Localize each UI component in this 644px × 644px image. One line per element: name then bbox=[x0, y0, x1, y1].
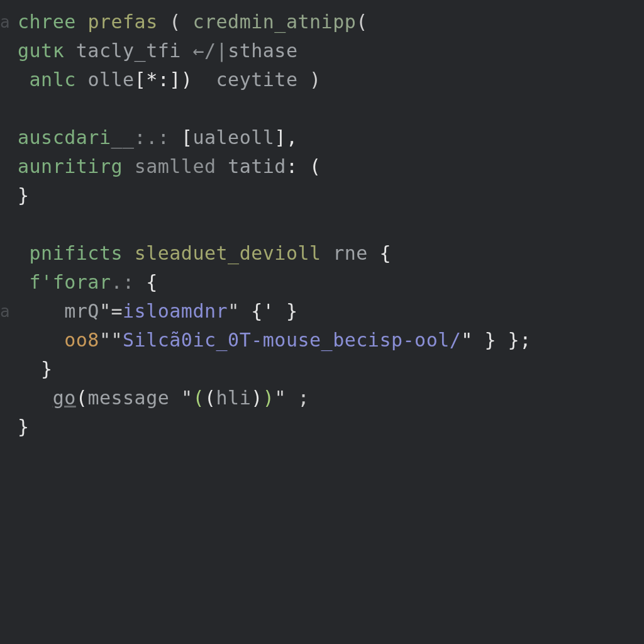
gutter-marker bbox=[0, 65, 10, 94]
code-token: [*:]) bbox=[135, 69, 193, 91]
code-token: .: bbox=[111, 271, 147, 293]
code-token: mrQ bbox=[18, 300, 99, 322]
code-token bbox=[192, 69, 216, 91]
code-token: : ( bbox=[286, 155, 321, 177]
code-token: Silcã0ic_0T-mouse_becisp-ool/ bbox=[123, 329, 461, 351]
code-token: { bbox=[146, 271, 158, 293]
gutter-marker: a bbox=[0, 8, 10, 36]
code-token bbox=[321, 242, 333, 264]
code-token: " bbox=[111, 329, 123, 351]
code-token: "= bbox=[99, 300, 123, 322]
code-token: " bbox=[99, 329, 111, 351]
code-token: ) bbox=[298, 69, 321, 91]
gutter-marker bbox=[0, 413, 10, 441]
code-token: f'forar bbox=[18, 271, 111, 293]
code-token: ualeoll bbox=[192, 126, 274, 148]
code-token: chree bbox=[18, 11, 76, 33]
code-line[interactable]: oo8""Silcã0ic_0T-mouse_becisp-ool/" } }; bbox=[0, 326, 644, 355]
code-token: message bbox=[87, 387, 169, 409]
code-token: " bbox=[181, 387, 193, 409]
gutter-marker bbox=[0, 326, 10, 355]
code-token: hli bbox=[216, 387, 252, 409]
code-line[interactable]: achree prefas ( credmin_atnipp( bbox=[0, 8, 644, 36]
code-token: ], bbox=[274, 126, 297, 148]
code-token: ( bbox=[158, 11, 193, 33]
code-token bbox=[123, 242, 135, 264]
code-token: " ; bbox=[274, 387, 309, 409]
code-line[interactable]: anlc olle[*:]) ceytite ) bbox=[0, 65, 644, 94]
code-token: } bbox=[18, 358, 53, 380]
code-token bbox=[76, 11, 88, 33]
code-token: } bbox=[18, 184, 30, 206]
code-token: rne bbox=[333, 242, 368, 264]
code-line[interactable]: } bbox=[0, 181, 644, 210]
gutter-marker bbox=[0, 239, 10, 268]
code-token: " } }; bbox=[461, 329, 531, 351]
code-token: ) bbox=[251, 387, 263, 409]
code-line[interactable]: auscdari__:.: [ualeoll], bbox=[0, 123, 644, 152]
gutter-marker bbox=[0, 268, 10, 297]
code-token: credmin_atnipp bbox=[192, 11, 356, 33]
code-token: isloamdnr bbox=[123, 300, 228, 322]
code-line[interactable]: pnificts sleaduet_devioll rne { bbox=[0, 239, 644, 268]
gutter-marker bbox=[0, 384, 10, 413]
code-line[interactable]: } bbox=[0, 413, 644, 441]
code-token: samlled bbox=[135, 155, 216, 177]
code-editor[interactable]: achree prefas ( credmin_atnipp(gutк tacl… bbox=[0, 0, 644, 644]
code-token: anlc bbox=[18, 69, 76, 91]
code-token: ←/| bbox=[192, 40, 228, 62]
code-token: __:.: bbox=[111, 126, 181, 148]
code-token: ( bbox=[192, 387, 204, 409]
code-line[interactable] bbox=[0, 94, 644, 123]
code-token: sthase bbox=[228, 40, 297, 62]
code-token: olle bbox=[87, 69, 134, 91]
code-token: { bbox=[368, 242, 391, 264]
code-token: {' } bbox=[251, 300, 297, 322]
code-token bbox=[76, 69, 88, 91]
code-line[interactable]: a mrQ"=isloamdnr" {' } bbox=[0, 297, 644, 326]
code-token: ceytite bbox=[216, 69, 298, 91]
code-token: ( bbox=[76, 387, 88, 409]
code-token: tatid bbox=[228, 155, 286, 177]
gutter-marker bbox=[0, 210, 10, 239]
code-token: ) bbox=[263, 387, 275, 409]
gutter-marker: a bbox=[0, 297, 10, 326]
code-line[interactable]: go(message "((hli))" ; bbox=[0, 384, 644, 413]
gutter-marker bbox=[0, 123, 10, 152]
code-token: ( bbox=[356, 11, 368, 33]
code-token: } bbox=[18, 416, 30, 438]
code-line[interactable] bbox=[0, 210, 644, 239]
code-token: auscdari bbox=[18, 126, 111, 148]
gutter-marker bbox=[0, 152, 10, 181]
code-token bbox=[64, 40, 76, 62]
code-token bbox=[18, 387, 53, 409]
code-line[interactable]: aunritirg samlled tatid: ( bbox=[0, 152, 644, 181]
gutter-marker bbox=[0, 36, 10, 65]
code-token: pnificts bbox=[18, 242, 123, 264]
gutter-marker bbox=[0, 181, 10, 210]
gutter-marker bbox=[0, 355, 10, 384]
code-token: gutк bbox=[18, 40, 64, 62]
code-token bbox=[169, 387, 181, 409]
gutter-marker bbox=[0, 94, 10, 123]
code-token: aunritirg bbox=[18, 155, 123, 177]
code-token bbox=[216, 155, 228, 177]
code-token bbox=[123, 155, 135, 177]
code-token: oo8 bbox=[18, 329, 99, 351]
code-token: prefas bbox=[87, 11, 157, 33]
code-line[interactable]: gutк tacly_tfi ←/|sthase bbox=[0, 36, 644, 65]
code-token: tacly_tfi bbox=[76, 40, 181, 62]
code-token: sleaduet_devioll bbox=[135, 242, 321, 264]
code-line[interactable]: } bbox=[0, 355, 644, 384]
code-token: [ bbox=[181, 126, 193, 148]
code-token bbox=[181, 40, 193, 62]
code-token: ( bbox=[204, 387, 216, 409]
code-line[interactable]: f'forar.: { bbox=[0, 268, 644, 297]
code-token: go bbox=[53, 387, 76, 409]
code-token: " bbox=[228, 300, 251, 322]
